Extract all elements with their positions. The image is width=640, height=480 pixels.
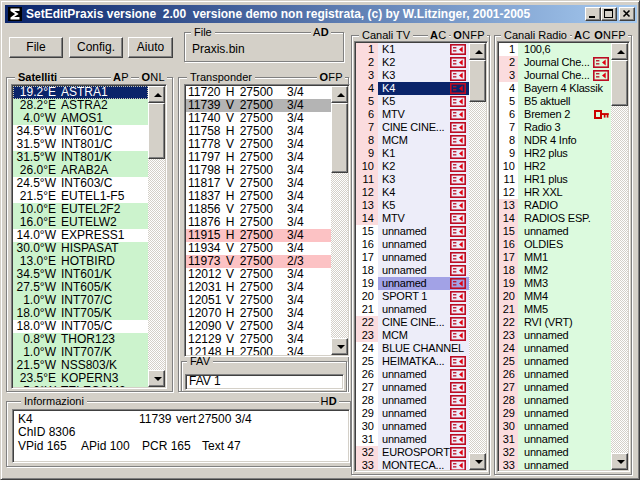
transponder-row[interactable]: 11876H275003/4 <box>186 216 331 229</box>
radio-channel-row[interactable]: 30unnamed <box>499 420 611 433</box>
transponder-row[interactable]: 11797H275003/4 <box>186 151 331 164</box>
tv-channel-row[interactable]: 26unnamed <box>356 368 469 381</box>
satellite-row[interactable]: 1.0°WINT707/C <box>13 294 148 307</box>
radio-channel-row[interactable]: 7Radio 3 <box>499 121 611 134</box>
radio-channel-row[interactable]: 15unnamed <box>499 225 611 238</box>
fav-input[interactable]: FAV 1 <box>185 374 344 390</box>
scrollbar-thumb[interactable] <box>611 60 628 106</box>
radio-channel-row[interactable]: 28unnamed <box>499 394 611 407</box>
tv-channel-row[interactable]: 30unnamed <box>356 420 469 433</box>
transponder-row[interactable]: 11817V275003/4 <box>186 177 331 190</box>
radio-channel-row[interactable]: 12HR XXL <box>499 186 611 199</box>
radio-channel-row[interactable]: 18MM2 <box>499 264 611 277</box>
radio-channel-row[interactable]: 21MM5 <box>499 303 611 316</box>
radio-channel-row[interactable]: 26unnamed <box>499 368 611 381</box>
tv-channel-row[interactable]: 1K1 <box>356 43 469 56</box>
satellite-row[interactable]: 5.0°WTELECOM2 <box>13 385 148 387</box>
app-icon[interactable] <box>8 7 22 21</box>
transponder-row[interactable]: 12051V275003/4 <box>186 294 331 307</box>
tv-channel-row[interactable]: 2K2 <box>356 56 469 69</box>
satellites-flags-ap[interactable]: AP <box>111 71 131 84</box>
radio-channel-row[interactable]: 17MM1 <box>499 251 611 264</box>
transponder-row[interactable]: 11778V275003/4 <box>186 138 331 151</box>
transponder-row[interactable]: 12148H275003/4 <box>186 346 331 355</box>
radio-channel-row[interactable]: 25unnamed <box>499 355 611 368</box>
tv-channel-row[interactable]: 33MONTECA... <box>356 459 469 470</box>
scroll-up-button[interactable] <box>148 86 165 103</box>
transponders-flags[interactable]: OFP <box>317 71 345 84</box>
satellite-row[interactable]: 34.5°WINT601/C <box>13 125 148 138</box>
tv-channel-row[interactable]: 22CINE CINE... <box>356 316 469 329</box>
minimize-button[interactable] <box>585 7 601 21</box>
satellite-row[interactable]: 16.0°EEUTELW2 <box>13 216 148 229</box>
scroll-down-button[interactable] <box>611 453 628 470</box>
scrollbar-thumb[interactable] <box>331 103 348 173</box>
radio-channel-row[interactable]: 24unnamed <box>499 342 611 355</box>
satellite-row[interactable]: 18.0°WINT705/K <box>13 307 148 320</box>
tv-channel-row[interactable]: 20SPORT 1 <box>356 290 469 303</box>
scroll-down-button[interactable] <box>331 338 348 355</box>
satellite-row[interactable]: 13.0°EHOTBIRD <box>13 255 148 268</box>
tv-channel-row[interactable]: 12K4 <box>356 186 469 199</box>
tv-channel-row[interactable]: 23MCM <box>356 329 469 342</box>
help-button[interactable]: Aiuto <box>128 37 173 58</box>
transponder-row[interactable]: 11934V275003/4 <box>186 242 331 255</box>
radio-channel-row[interactable]: 29unnamed <box>499 407 611 420</box>
radio-channel-row[interactable]: 8NDR 4 Info <box>499 134 611 147</box>
tv-channel-row[interactable]: 7CINE CINE... <box>356 121 469 134</box>
radio-channel-row[interactable]: 19MM3 <box>499 277 611 290</box>
satellite-row[interactable]: 24.5°WINT603/C <box>13 177 148 190</box>
file-flags[interactable]: AD <box>311 26 331 39</box>
tv-channel-row[interactable]: 4K4 <box>356 82 469 95</box>
info-flags[interactable]: HD <box>319 395 340 408</box>
tv-channel-row[interactable]: 5K5 <box>356 95 469 108</box>
tv-channel-row[interactable]: 10K2 <box>356 160 469 173</box>
satellites-flags-onl[interactable]: ONL <box>139 71 167 84</box>
tv-scrollbar[interactable] <box>469 43 486 470</box>
satellite-row[interactable]: 10.0°EEUTEL2F2 <box>13 203 148 216</box>
satellite-row[interactable]: 28.2°EASTRA2 <box>13 99 148 112</box>
radio-channel-row[interactable]: 32unnamed <box>499 446 611 459</box>
transponder-row[interactable]: 11915H275003/4 <box>186 229 331 242</box>
satellite-row[interactable]: 31.5°WINT801/C <box>13 138 148 151</box>
tv-channel-row[interactable]: 29unnamed <box>356 407 469 420</box>
tv-channel-row[interactable]: 24BLUE CHANNEL <box>356 342 469 355</box>
radio-channel-row[interactable]: 2Journal Che... <box>499 56 611 69</box>
radio-channel-row[interactable]: 33unnamed <box>499 459 611 470</box>
transponder-row[interactable]: 11856V275003/4 <box>186 203 331 216</box>
satellite-row[interactable]: 14.0°WEXPRESS1 <box>13 229 148 242</box>
radio-channel-row[interactable]: 20MM4 <box>499 290 611 303</box>
radio-channel-row[interactable]: 6Bremen 2 <box>499 108 611 121</box>
tv-channel-row[interactable]: 31unnamed <box>356 433 469 446</box>
tv-channel-row[interactable]: 21unnamed <box>356 303 469 316</box>
transponder-row[interactable]: 12070H275003/4 <box>186 307 331 320</box>
satellite-row[interactable]: 0.8°WTHOR123 <box>13 333 148 346</box>
radio-channel-row[interactable]: 27unnamed <box>499 381 611 394</box>
radio-channel-row[interactable]: 1100,6 <box>499 43 611 56</box>
tv-channel-row[interactable]: 14MTV <box>356 212 469 225</box>
radio-channel-row[interactable]: 5B5 aktuell <box>499 95 611 108</box>
transponder-row[interactable]: 11837H275003/4 <box>186 190 331 203</box>
transponders-scrollbar[interactable] <box>331 86 348 355</box>
close-button[interactable] <box>619 7 635 21</box>
scrollbar-thumb[interactable] <box>148 103 165 159</box>
tv-channel-row[interactable]: 8MCM <box>356 134 469 147</box>
satellite-row[interactable]: 34.5°WINT601/K <box>13 268 148 281</box>
transponder-row[interactable]: 11973V275002/3 <box>186 255 331 268</box>
satellite-row[interactable]: 18.0°WINT705/C <box>13 320 148 333</box>
tv-channel-row[interactable]: 3K3 <box>356 69 469 82</box>
transponder-row[interactable]: 12012V275003/4 <box>186 268 331 281</box>
transponder-row[interactable]: 11740V275003/4 <box>186 112 331 125</box>
satellites-scrollbar[interactable] <box>148 86 165 387</box>
scrollbar-thumb[interactable] <box>469 60 486 102</box>
satellite-row[interactable]: 26.0°EARAB2A <box>13 164 148 177</box>
title-bar[interactable]: SetEditPraxis versione 2.00 versione dem… <box>5 5 637 23</box>
satellite-row[interactable]: 21.5°WNSS803/K <box>13 359 148 372</box>
scroll-up-button[interactable] <box>331 86 348 103</box>
radio-scrollbar[interactable] <box>611 43 628 470</box>
satellite-row[interactable]: 27.5°WINT605/K <box>13 281 148 294</box>
transponder-row[interactable]: 12090V275003/4 <box>186 320 331 333</box>
maximize-button[interactable] <box>601 7 617 21</box>
tv-channel-row[interactable]: 15unnamed <box>356 225 469 238</box>
scroll-down-button[interactable] <box>469 453 486 470</box>
